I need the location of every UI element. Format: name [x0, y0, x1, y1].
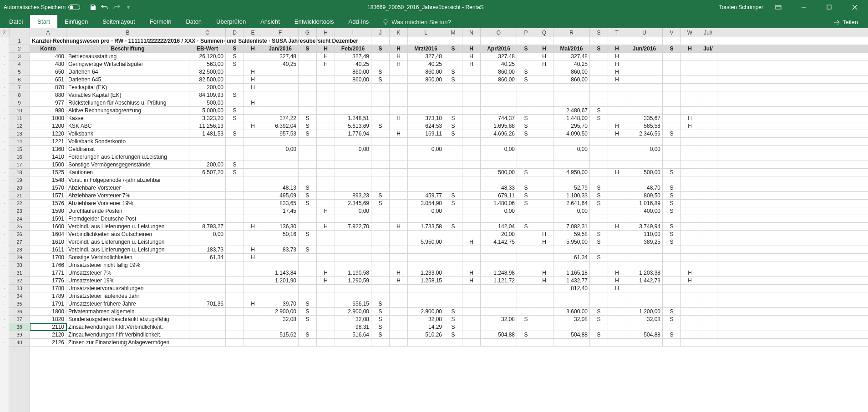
cell[interactable]: 2.641,64: [553, 200, 590, 207]
cell[interactable]: 20,00: [481, 231, 517, 238]
cell[interactable]: [699, 269, 717, 276]
row-header-6[interactable]: 6: [9, 76, 30, 84]
cell[interactable]: S: [663, 223, 681, 230]
cell[interactable]: 563,00: [189, 60, 226, 68]
cell[interactable]: 870: [30, 84, 66, 91]
cell[interactable]: [371, 215, 390, 222]
cell[interactable]: [371, 254, 390, 261]
cell[interactable]: [262, 176, 299, 184]
cell[interactable]: 1.481,53: [189, 130, 226, 137]
cell[interactable]: S: [590, 107, 608, 114]
cell[interactable]: [408, 99, 444, 106]
cell[interactable]: [590, 37, 608, 45]
cell[interactable]: [535, 176, 553, 184]
cell[interactable]: [481, 285, 517, 292]
col-header-M[interactable]: M: [444, 28, 462, 37]
cell[interactable]: [517, 323, 535, 331]
cell[interactable]: [390, 169, 408, 176]
cell[interactable]: [462, 184, 481, 191]
cell[interactable]: 169,11: [408, 130, 444, 137]
cell[interactable]: [481, 254, 517, 261]
cell[interactable]: H: [608, 277, 626, 284]
cell[interactable]: [444, 300, 462, 307]
cell[interactable]: S: [226, 161, 244, 168]
cell[interactable]: [226, 99, 244, 106]
col-header-E[interactable]: E: [244, 28, 262, 37]
row-header-3[interactable]: 3: [9, 53, 30, 60]
cell[interactable]: [626, 246, 663, 253]
cell[interactable]: [626, 37, 663, 45]
cell[interactable]: [299, 339, 317, 346]
cell[interactable]: [517, 215, 535, 222]
cell[interactable]: S: [299, 246, 317, 253]
cell[interactable]: [535, 300, 553, 307]
cell[interactable]: 48,70: [626, 184, 663, 191]
cell[interactable]: 833,65: [262, 200, 299, 207]
cell[interactable]: [608, 308, 626, 315]
cell[interactable]: H: [608, 130, 626, 137]
cell[interactable]: 1.442,73: [626, 277, 663, 284]
cell[interactable]: 0,00: [408, 146, 444, 153]
cell[interactable]: 40,25: [408, 60, 444, 68]
cell[interactable]: [444, 238, 462, 246]
cell[interactable]: S: [590, 254, 608, 261]
cell[interactable]: [317, 184, 335, 191]
cell[interactable]: [681, 184, 699, 191]
cell[interactable]: [699, 261, 717, 269]
cell[interactable]: H: [317, 269, 335, 276]
cell[interactable]: [299, 107, 317, 114]
cell[interactable]: [626, 215, 663, 222]
cell[interactable]: [226, 254, 244, 261]
cell[interactable]: [390, 254, 408, 261]
cell[interactable]: 39,70: [262, 300, 299, 307]
cell[interactable]: [390, 207, 408, 215]
cell[interactable]: H: [681, 115, 699, 122]
cell[interactable]: H: [390, 115, 408, 122]
cell[interactable]: [462, 223, 481, 230]
cell[interactable]: [462, 146, 481, 153]
cell[interactable]: S: [444, 115, 462, 122]
cell[interactable]: S: [517, 122, 535, 130]
cell[interactable]: 0,00: [335, 146, 371, 153]
cell[interactable]: S: [371, 76, 390, 83]
cell[interactable]: [371, 60, 390, 68]
cell[interactable]: [335, 231, 371, 238]
cell[interactable]: [335, 238, 371, 246]
cell[interactable]: H: [244, 68, 262, 75]
cell[interactable]: H: [462, 269, 481, 276]
cell[interactable]: S: [444, 76, 462, 83]
col-header-F[interactable]: F: [262, 28, 299, 37]
cell[interactable]: [608, 323, 626, 331]
cell[interactable]: 61,34: [189, 254, 226, 261]
cell[interactable]: [481, 339, 517, 346]
save-icon[interactable]: [89, 4, 96, 11]
cell[interactable]: [226, 207, 244, 215]
cell[interactable]: 860,00: [335, 68, 371, 75]
cell[interactable]: 809,50: [626, 192, 663, 199]
cell[interactable]: Forderungen aus Lieferungen u.Leistung: [66, 153, 189, 161]
cell[interactable]: 500,00: [481, 169, 517, 176]
cell[interactable]: [299, 99, 317, 106]
cell[interactable]: 2126: [30, 339, 66, 346]
cell[interactable]: [262, 161, 299, 168]
cell[interactable]: [517, 99, 535, 106]
cell[interactable]: S: [371, 45, 390, 52]
col-header-Q[interactable]: Q: [535, 28, 553, 37]
tab-ueberpruefen[interactable]: Überprüfen: [209, 15, 253, 28]
cell[interactable]: [371, 138, 390, 145]
cell[interactable]: [681, 76, 699, 83]
cell[interactable]: [244, 308, 262, 315]
cell[interactable]: [335, 91, 371, 99]
cell[interactable]: [244, 153, 262, 161]
cell[interactable]: 4.696,26: [481, 130, 517, 137]
cell[interactable]: [189, 269, 226, 276]
cell[interactable]: [299, 68, 317, 75]
cell[interactable]: 1.201,90: [262, 277, 299, 284]
cell[interactable]: S: [371, 323, 390, 331]
cell[interactable]: 0,00: [189, 231, 226, 238]
cell[interactable]: 1590: [30, 207, 66, 215]
cell[interactable]: S: [590, 331, 608, 338]
cell[interactable]: [444, 53, 462, 60]
cell[interactable]: [189, 285, 226, 292]
cell[interactable]: 32,08: [262, 316, 299, 323]
